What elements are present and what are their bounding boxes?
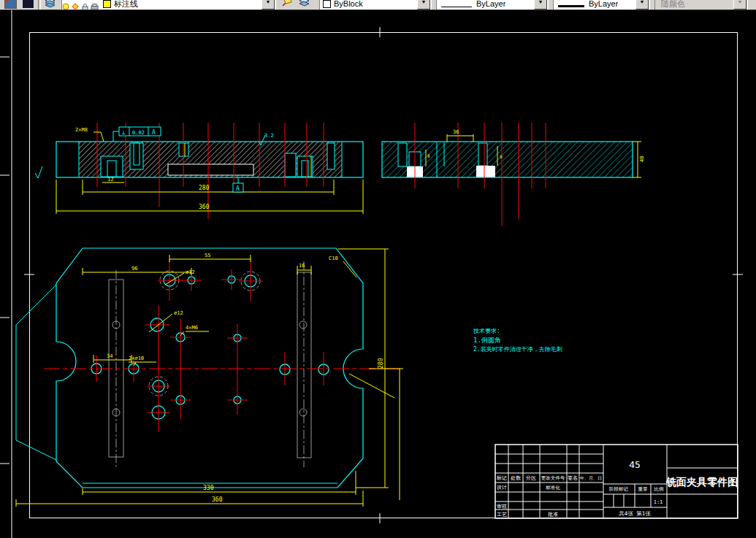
- leader-4xm6: 4×M6: [186, 325, 198, 331]
- color-dropdown-arrow[interactable]: ▼: [417, 0, 430, 9]
- layer-on-bulb-icon[interactable]: [62, 3, 70, 11]
- leader-thread-label: 2×M8: [75, 127, 88, 133]
- datum-flag: A: [233, 177, 243, 192]
- plot-style-value: 随颜色: [661, 0, 685, 9]
- dim-36: 36: [453, 129, 459, 135]
- dim-360-plan: 360: [212, 496, 223, 503]
- layer-freeze-sun-icon[interactable]: [72, 3, 80, 11]
- tb-weight-label: 重量: [638, 486, 649, 492]
- layer-properties-button[interactable]: [42, 0, 61, 10]
- side-section-view: 36 40 8 9: [382, 123, 645, 226]
- linetype-sample: [441, 7, 472, 7]
- dim-280: 280: [199, 185, 210, 191]
- dim-pocket: 12: [107, 177, 113, 182]
- tech-notes-title: 技术要求:: [473, 328, 500, 334]
- leader-dia12-mid: ∅12: [174, 310, 183, 316]
- tb-scale-label: 比例: [654, 486, 664, 492]
- layer-plot-icon[interactable]: [91, 3, 99, 11]
- current-color-chip: [323, 0, 331, 8]
- linetype-control-dropdown[interactable]: ByLayer ▼: [436, 0, 549, 10]
- lineweight-dropdown-arrow[interactable]: ▼: [635, 0, 649, 9]
- tech-notes-item2: 2.装夹时零件清理干净，去除毛刺: [473, 346, 562, 353]
- layer-lock-icon[interactable]: [81, 3, 89, 11]
- svg-text:0.02: 0.02: [132, 130, 145, 136]
- front-section-view: 280 360 12 2×M8 ⊥ 0.02 A 3.2 A: [35, 123, 363, 219]
- tb-col-date: 年、月、日: [580, 475, 602, 481]
- dim-9: 9: [500, 154, 503, 159]
- dim-55: 55: [205, 253, 210, 258]
- layer-previous-button[interactable]: [296, 0, 315, 10]
- tb-scale-value: 1:1: [654, 499, 663, 505]
- dim-40: 40: [639, 156, 645, 162]
- technical-notes: 技术要求: 1.倒圆角 2.装夹时零件清理干净，去除毛刺: [473, 328, 562, 353]
- plot-style-dropdown-arrow: ▼: [733, 0, 747, 9]
- title-block: 标记 处数 分区 更改文件号 签名 年、月、日 设计 标准化 审核 工艺 批准 …: [495, 445, 738, 518]
- layer-name: 标注线: [114, 0, 138, 9]
- cad-drawing-canvas[interactable]: 280 360 12 2×M8 ⊥ 0.02 A 3.2 A: [0, 0, 756, 538]
- toolbar-separator: [38, 0, 41, 9]
- dim-16: 16: [299, 263, 305, 269]
- layer-previous-icon: [299, 0, 310, 7]
- leader-dia12-top: ∅12: [186, 269, 195, 275]
- lineweight-sample: [558, 5, 584, 7]
- tb-row-check: 审核: [497, 504, 507, 510]
- tool-icon-2: [22, 0, 34, 9]
- tb-col-zone: 分区: [525, 475, 536, 481]
- tb-stage-label: 阶段标记: [609, 486, 629, 492]
- plot-style-control-dropdown: 随颜色 ▼: [654, 0, 748, 10]
- dim-280-plan: 280: [378, 358, 384, 369]
- toolbar-button-left-1[interactable]: [1, 0, 19, 10]
- layer-color-chip: [103, 0, 111, 8]
- leader-2xdia10: 2×∅10: [129, 356, 144, 361]
- tb-row-design: 设计: [497, 485, 507, 491]
- tb-col-count: 处数: [511, 475, 522, 481]
- tb-row-standard: 标准化: [545, 485, 560, 491]
- make-layer-current-button[interactable]: [278, 0, 296, 10]
- dim-34: 34: [107, 353, 112, 359]
- svg-text:A: A: [152, 129, 156, 136]
- dim-330: 330: [203, 485, 214, 491]
- tb-sheet-info: 共4张 第1张: [619, 510, 651, 517]
- tool-icon-1: [4, 0, 17, 9]
- tech-notes-item1: 1.倒圆角: [473, 337, 501, 344]
- tb-row-process: 工艺: [497, 512, 507, 518]
- linetype-dropdown-arrow[interactable]: ▼: [534, 0, 547, 9]
- leader-c10: C10: [329, 255, 338, 261]
- make-current-icon: [281, 0, 292, 7]
- tb-col-mark: 标记: [496, 475, 507, 481]
- layer-control-dropdown[interactable]: 标注线 ▼: [61, 0, 276, 10]
- dim-96: 96: [131, 266, 137, 272]
- layers-icon: [45, 0, 56, 7]
- current-lineweight-value: ByLayer: [589, 0, 618, 8]
- svg-text:⊥: ⊥: [122, 129, 126, 136]
- plan-view: 330 360 280 96 55 34 16 ∅12 C10 ∅12 4×M6…: [16, 248, 403, 507]
- layer-dropdown-arrow[interactable]: ▼: [261, 0, 275, 9]
- color-control-dropdown[interactable]: ByBlock ▼: [319, 0, 432, 10]
- current-linetype-value: ByLayer: [476, 0, 505, 8]
- roughness-value: 3.2: [264, 133, 274, 139]
- tb-col-doc: 更改文件号: [541, 475, 565, 481]
- tb-row-approve: 批准: [548, 512, 558, 518]
- tb-col-sign: 签名: [568, 475, 578, 481]
- current-color-value: ByBlock: [334, 0, 363, 8]
- lineweight-control-dropdown[interactable]: ByLayer ▼: [553, 0, 650, 10]
- tb-drawing-title: 铣面夹具零件图: [665, 476, 738, 488]
- tb-material: 45: [629, 459, 641, 470]
- dim-360: 360: [199, 204, 210, 210]
- feature-control-frame: ⊥ 0.02 A: [113, 127, 161, 142]
- object-properties-toolbar: 标注线 ▼ ByBlock ▼ ByLayer ▼ ByLayer ▼ 随颜色 …: [0, 0, 756, 10]
- svg-text:A: A: [236, 185, 240, 192]
- dim-8: 8: [427, 153, 430, 158]
- toolbar-button-left-2[interactable]: [19, 0, 37, 10]
